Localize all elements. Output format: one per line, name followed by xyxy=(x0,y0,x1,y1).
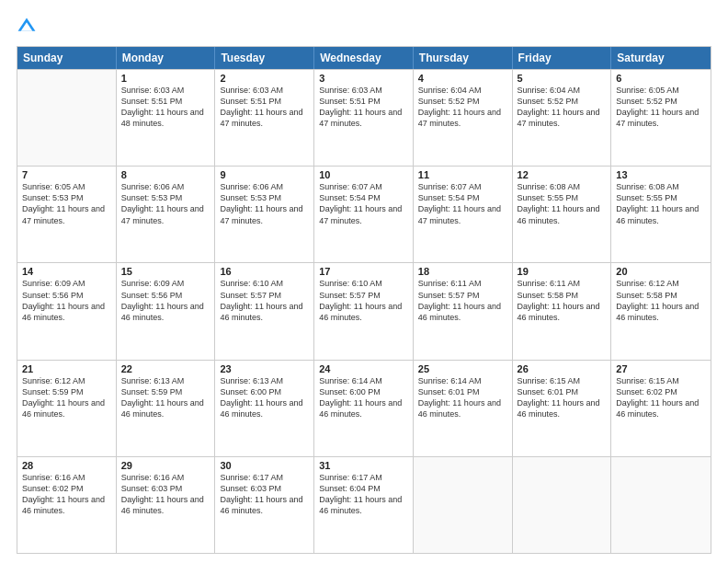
day-number: 4 xyxy=(418,73,507,84)
sunset-text: Sunset: 5:59 PM xyxy=(121,386,210,397)
day-number: 24 xyxy=(319,363,408,374)
day-number: 29 xyxy=(121,460,210,471)
sunrise-text: Sunrise: 6:16 AM xyxy=(22,472,111,483)
day-number: 8 xyxy=(121,169,210,180)
header-day-friday: Friday xyxy=(513,47,612,69)
daylight-text: Daylight: 11 hours and 46 minutes. xyxy=(121,494,210,516)
calendar-cell xyxy=(513,457,612,553)
calendar-cell: 2Sunrise: 6:03 AMSunset: 5:51 PMDaylight… xyxy=(215,70,314,166)
calendar-cell: 5Sunrise: 6:04 AMSunset: 5:52 PMDaylight… xyxy=(513,70,612,166)
sunset-text: Sunset: 5:51 PM xyxy=(319,96,408,107)
sunset-text: Sunset: 5:53 PM xyxy=(220,192,309,203)
daylight-text: Daylight: 11 hours and 47 minutes. xyxy=(616,107,706,129)
sunrise-text: Sunrise: 6:13 AM xyxy=(121,375,210,386)
daylight-text: Daylight: 11 hours and 46 minutes. xyxy=(22,494,111,516)
sunset-text: Sunset: 6:03 PM xyxy=(121,483,210,494)
sunrise-text: Sunrise: 6:03 AM xyxy=(220,85,309,96)
day-number: 21 xyxy=(22,363,111,374)
calendar-cell: 24Sunrise: 6:14 AMSunset: 6:00 PMDayligh… xyxy=(314,361,414,456)
sunset-text: Sunset: 5:52 PM xyxy=(418,96,507,107)
day-number: 28 xyxy=(22,460,111,471)
sunset-text: Sunset: 5:59 PM xyxy=(22,386,111,397)
sunrise-text: Sunrise: 6:08 AM xyxy=(616,181,706,192)
sunrise-text: Sunrise: 6:14 AM xyxy=(418,375,507,386)
sunrise-text: Sunrise: 6:04 AM xyxy=(418,85,507,96)
calendar-cell: 30Sunrise: 6:17 AMSunset: 6:03 PMDayligh… xyxy=(215,457,314,553)
sunset-text: Sunset: 5:52 PM xyxy=(518,96,607,107)
calendar-row-5: 28Sunrise: 6:16 AMSunset: 6:02 PMDayligh… xyxy=(17,456,711,553)
sunset-text: Sunset: 5:54 PM xyxy=(319,192,408,203)
daylight-text: Daylight: 11 hours and 47 minutes. xyxy=(518,107,607,129)
daylight-text: Daylight: 11 hours and 47 minutes. xyxy=(418,203,507,225)
sunset-text: Sunset: 5:54 PM xyxy=(418,192,507,203)
day-number: 17 xyxy=(319,266,408,277)
sunrise-text: Sunrise: 6:12 AM xyxy=(616,278,706,289)
daylight-text: Daylight: 11 hours and 46 minutes. xyxy=(518,203,607,225)
daylight-text: Daylight: 11 hours and 46 minutes. xyxy=(319,494,408,516)
sunset-text: Sunset: 5:56 PM xyxy=(22,290,111,301)
sunset-text: Sunset: 6:01 PM xyxy=(418,386,507,397)
daylight-text: Daylight: 11 hours and 46 minutes. xyxy=(518,397,607,419)
day-number: 10 xyxy=(319,169,408,180)
sunrise-text: Sunrise: 6:06 AM xyxy=(121,181,210,192)
calendar-cell: 18Sunrise: 6:11 AMSunset: 5:57 PMDayligh… xyxy=(414,263,513,359)
calendar-cell: 19Sunrise: 6:11 AMSunset: 5:58 PMDayligh… xyxy=(513,263,612,359)
calendar-cell: 17Sunrise: 6:10 AMSunset: 5:57 PMDayligh… xyxy=(314,263,414,359)
sunrise-text: Sunrise: 6:10 AM xyxy=(319,278,408,289)
day-number: 18 xyxy=(418,266,507,277)
sunrise-text: Sunrise: 6:03 AM xyxy=(121,85,210,96)
day-number: 11 xyxy=(418,169,507,180)
daylight-text: Daylight: 11 hours and 46 minutes. xyxy=(220,397,309,419)
daylight-text: Daylight: 11 hours and 47 minutes. xyxy=(22,203,111,225)
calendar-cell: 21Sunrise: 6:12 AMSunset: 5:59 PMDayligh… xyxy=(17,361,117,456)
sunset-text: Sunset: 5:55 PM xyxy=(616,192,706,203)
sunset-text: Sunset: 6:00 PM xyxy=(319,386,408,397)
header-day-sunday: Sunday xyxy=(17,47,117,69)
day-number: 1 xyxy=(121,73,210,84)
calendar-cell: 29Sunrise: 6:16 AMSunset: 6:03 PMDayligh… xyxy=(117,457,216,553)
daylight-text: Daylight: 11 hours and 47 minutes. xyxy=(319,107,408,129)
daylight-text: Daylight: 11 hours and 47 minutes. xyxy=(121,203,210,225)
sunrise-text: Sunrise: 6:15 AM xyxy=(518,375,607,386)
sunset-text: Sunset: 5:51 PM xyxy=(220,96,309,107)
logo-icon xyxy=(17,17,37,37)
calendar-row-2: 7Sunrise: 6:05 AMSunset: 5:53 PMDaylight… xyxy=(17,166,711,262)
sunset-text: Sunset: 5:51 PM xyxy=(121,96,210,107)
sunset-text: Sunset: 5:58 PM xyxy=(518,290,607,301)
day-number: 19 xyxy=(518,266,607,277)
day-number: 3 xyxy=(319,73,408,84)
day-number: 13 xyxy=(616,169,706,180)
sunset-text: Sunset: 6:04 PM xyxy=(319,483,408,494)
sunrise-text: Sunrise: 6:17 AM xyxy=(319,472,408,483)
sunset-text: Sunset: 5:57 PM xyxy=(319,290,408,301)
calendar-row-4: 21Sunrise: 6:12 AMSunset: 5:59 PMDayligh… xyxy=(17,360,711,456)
calendar-cell: 31Sunrise: 6:17 AMSunset: 6:04 PMDayligh… xyxy=(314,457,414,553)
calendar-cell: 11Sunrise: 6:07 AMSunset: 5:54 PMDayligh… xyxy=(414,167,513,262)
sunrise-text: Sunrise: 6:11 AM xyxy=(418,278,507,289)
sunrise-text: Sunrise: 6:04 AM xyxy=(518,85,607,96)
sunset-text: Sunset: 5:55 PM xyxy=(518,192,607,203)
sunset-text: Sunset: 6:02 PM xyxy=(616,386,706,397)
day-number: 25 xyxy=(418,363,507,374)
calendar-cell: 6Sunrise: 6:05 AMSunset: 5:52 PMDaylight… xyxy=(611,70,711,166)
calendar-cell: 22Sunrise: 6:13 AMSunset: 5:59 PMDayligh… xyxy=(117,361,216,456)
calendar-cell: 15Sunrise: 6:09 AMSunset: 5:56 PMDayligh… xyxy=(117,263,216,359)
daylight-text: Daylight: 11 hours and 46 minutes. xyxy=(22,397,111,419)
calendar-cell: 26Sunrise: 6:15 AMSunset: 6:01 PMDayligh… xyxy=(513,361,612,456)
calendar-cell: 28Sunrise: 6:16 AMSunset: 6:02 PMDayligh… xyxy=(17,457,117,553)
daylight-text: Daylight: 11 hours and 46 minutes. xyxy=(616,203,706,225)
sunset-text: Sunset: 6:01 PM xyxy=(518,386,607,397)
calendar-cell: 10Sunrise: 6:07 AMSunset: 5:54 PMDayligh… xyxy=(314,167,414,262)
day-number: 12 xyxy=(518,169,607,180)
daylight-text: Daylight: 11 hours and 46 minutes. xyxy=(518,301,607,323)
sunrise-text: Sunrise: 6:09 AM xyxy=(22,278,111,289)
day-number: 6 xyxy=(616,73,706,84)
calendar-cell: 25Sunrise: 6:14 AMSunset: 6:01 PMDayligh… xyxy=(414,361,513,456)
daylight-text: Daylight: 11 hours and 47 minutes. xyxy=(220,203,309,225)
day-number: 2 xyxy=(220,73,309,84)
day-number: 14 xyxy=(22,266,111,277)
calendar-cell: 12Sunrise: 6:08 AMSunset: 5:55 PMDayligh… xyxy=(513,167,612,262)
day-number: 5 xyxy=(518,73,607,84)
daylight-text: Daylight: 11 hours and 46 minutes. xyxy=(220,301,309,323)
header-day-thursday: Thursday xyxy=(414,47,513,69)
